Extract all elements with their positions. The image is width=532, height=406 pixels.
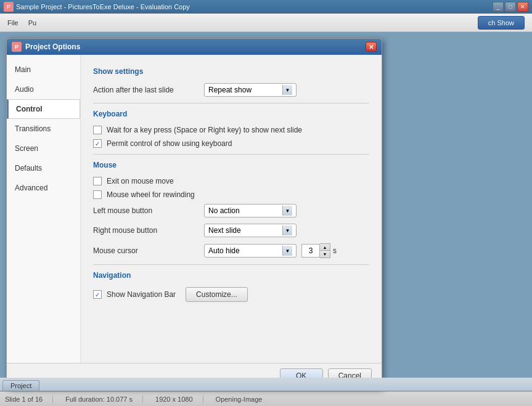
- quick-show-button[interactable]: ch Show: [478, 16, 525, 30]
- spinner-buttons: ▲ ▼: [320, 243, 330, 258]
- action-dropdown[interactable]: Repeat show ▼: [204, 83, 297, 97]
- menu-publish[interactable]: Pu: [23, 18, 41, 28]
- maximize-button[interactable]: □: [505, 2, 516, 12]
- divider-1: [93, 103, 369, 104]
- spinner-value[interactable]: 3: [301, 244, 320, 258]
- sidebar-item-audio[interactable]: Audio: [7, 79, 80, 99]
- menu-file[interactable]: File: [2, 18, 23, 28]
- right-mouse-label: Right mouse button: [93, 226, 204, 235]
- status-bar: Slide 1 of 16 Full duration: 10.077 s 19…: [0, 391, 532, 406]
- spinner-down-button[interactable]: ▼: [320, 251, 330, 258]
- left-mouse-value: No action: [208, 206, 280, 215]
- spinner-up-button[interactable]: ▲: [320, 244, 330, 251]
- show-settings-header: Show settings: [93, 67, 369, 76]
- app-toolbar: File Pu ch Show: [0, 14, 532, 32]
- sidebar-item-main[interactable]: Main: [7, 60, 80, 79]
- project-options-dialog: P Project Options ✕ Main Audio Control T…: [6, 38, 382, 389]
- app-area: Project P Project Options ✕ Main Audio C…: [0, 32, 532, 391]
- mouse-cursor-label: Mouse cursor: [93, 246, 204, 255]
- action-label: Action after the last slide: [93, 86, 204, 94]
- mouse-cursor-value: Auto hide: [208, 246, 280, 255]
- mouse-cursor-dropdown[interactable]: Auto hide ▼: [204, 244, 297, 258]
- app-menu: File Pu: [2, 18, 41, 28]
- dialog-titlebar: P Project Options ✕: [7, 39, 382, 55]
- status-duration: Full duration: 10.077 s: [65, 396, 143, 403]
- status-slide-info: Slide 1 of 16: [5, 396, 53, 403]
- right-mouse-row: Right mouse button Next slide ▼: [93, 224, 369, 237]
- title-bar: P Sample Project - PicturesToExe Deluxe …: [0, 0, 532, 14]
- navigation-row: ✓ Show Navigation Bar Customize...: [93, 287, 369, 302]
- keyboard-check2-row: ✓ Permit control of show using keyboard: [93, 139, 369, 148]
- mouse-check1-row: Exit on mouse move: [93, 177, 369, 185]
- sidebar-item-control[interactable]: Control: [7, 99, 80, 119]
- nav-check-label: Show Navigation Bar: [107, 290, 176, 299]
- action-row: Action after the last slide Repeat show …: [93, 83, 369, 97]
- dialog-body: Main Audio Control Transitions Screen De…: [7, 55, 382, 363]
- project-tab[interactable]: Project: [2, 380, 39, 391]
- sidebar-item-advanced[interactable]: Advanced: [7, 178, 80, 198]
- mouse-check2-row: Mouse wheel for rewinding: [93, 190, 369, 199]
- spinner-container: 3 ▲ ▼ s: [301, 243, 337, 258]
- mouse-cursor-arrow: ▼: [282, 246, 292, 256]
- minimize-button[interactable]: _: [493, 2, 504, 12]
- mouse-check1-checkbox[interactable]: [93, 177, 102, 185]
- sidebar-item-screen[interactable]: Screen: [7, 139, 80, 158]
- dialog-sidebar: Main Audio Control Transitions Screen De…: [7, 55, 81, 363]
- spinner-unit: s: [333, 246, 337, 255]
- window-title: Sample Project - PicturesToExe Deluxe - …: [16, 3, 493, 10]
- keyboard-check1-label: Wait for a key press (Space or Right key…: [107, 126, 302, 134]
- keyboard-check2-label: Permit control of show using keyboard: [107, 139, 232, 148]
- keyboard-check2-checkbox[interactable]: ✓: [93, 139, 102, 148]
- keyboard-header: Keyboard: [93, 110, 369, 118]
- status-opening: Opening-Image: [216, 396, 272, 403]
- left-mouse-arrow: ▼: [282, 206, 292, 216]
- customize-button[interactable]: Customize...: [186, 287, 248, 302]
- tab-bar: Project: [0, 378, 532, 391]
- right-mouse-value: Next slide: [208, 226, 280, 235]
- action-dropdown-value: Repeat show: [208, 86, 280, 94]
- sidebar-item-transitions[interactable]: Transitions: [7, 119, 80, 139]
- right-mouse-dropdown[interactable]: Next slide ▼: [204, 224, 297, 237]
- mouse-header: Mouse: [93, 161, 369, 169]
- action-dropdown-arrow: ▼: [282, 85, 292, 95]
- dialog-title: Project Options: [25, 43, 80, 51]
- right-mouse-arrow: ▼: [282, 225, 292, 235]
- divider-2: [93, 154, 369, 155]
- status-resolution: 1920 x 1080: [155, 396, 203, 403]
- navigation-header: Navigation: [93, 271, 369, 280]
- dialog-close-button[interactable]: ✕: [366, 42, 377, 52]
- mouse-check1-label: Exit on mouse move: [107, 177, 174, 185]
- app-icon: P: [4, 2, 14, 12]
- keyboard-check1-row: Wait for a key press (Space or Right key…: [93, 126, 369, 134]
- mouse-check2-label: Mouse wheel for rewinding: [107, 190, 195, 199]
- nav-checkbox[interactable]: ✓: [93, 290, 102, 299]
- left-mouse-dropdown[interactable]: No action ▼: [204, 204, 297, 217]
- dialog-overlay: P Project Options ✕ Main Audio Control T…: [0, 32, 532, 391]
- left-mouse-row: Left mouse button No action ▼: [93, 204, 369, 217]
- mouse-check2-checkbox[interactable]: [93, 190, 102, 199]
- sidebar-item-defaults[interactable]: Defaults: [7, 158, 80, 178]
- close-button[interactable]: ✕: [517, 2, 528, 12]
- dialog-icon: P: [12, 42, 22, 52]
- keyboard-check1-checkbox[interactable]: [93, 126, 102, 134]
- divider-3: [93, 264, 369, 265]
- dialog-content: Show settings Action after the last slid…: [81, 55, 382, 363]
- left-mouse-label: Left mouse button: [93, 206, 204, 215]
- mouse-cursor-row: Mouse cursor Auto hide ▼ 3 ▲ ▼ s: [93, 243, 369, 258]
- title-bar-buttons: _ □ ✕: [493, 2, 528, 12]
